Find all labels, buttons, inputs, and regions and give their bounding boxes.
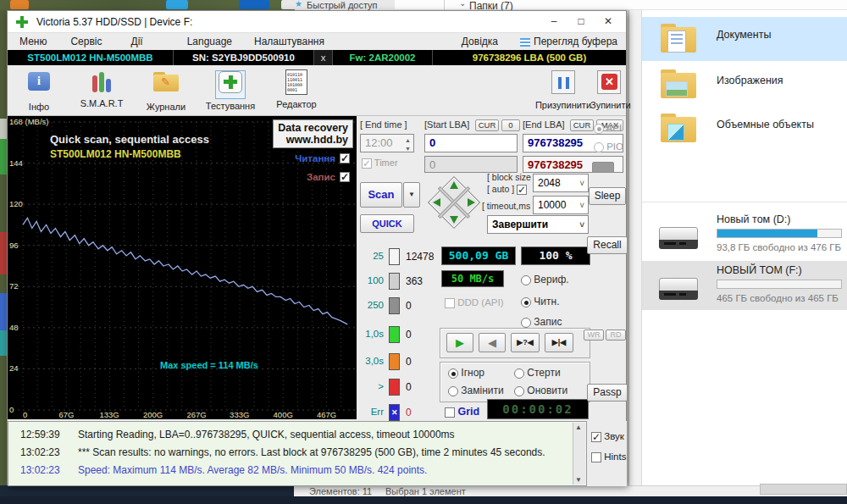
drive-item-f[interactable]: НОВЫЙ ТОМ (F:) 465 ГБ свободно из 465 ГБ — [642, 261, 847, 310]
radio-icon[interactable] — [448, 386, 458, 396]
hints-checkbox-box[interactable] — [591, 452, 601, 462]
radio-icon[interactable] — [521, 318, 531, 328]
telegram-icon[interactable] — [166, 0, 188, 9]
radio-icon[interactable] — [521, 275, 531, 285]
sound-checkbox[interactable]: Звук — [591, 431, 624, 442]
block-size-select[interactable]: 2048 — [533, 174, 589, 192]
ddd-checkbox[interactable]: DDD (API) — [445, 297, 504, 308]
info-button[interactable]: i Інфо — [9, 69, 69, 114]
auto-checkbox[interactable] — [517, 185, 527, 195]
minimize-button[interactable]: – — [541, 11, 567, 32]
start-lba-zero-button[interactable]: 0 — [501, 119, 520, 131]
color-swatch — [389, 353, 400, 370]
mode-read-radio[interactable]: Читн. — [521, 296, 560, 307]
timer-checkbox[interactable]: Timer — [362, 158, 398, 169]
timeout-select[interactable]: 10000 — [533, 196, 589, 214]
test-button[interactable]: Тестування — [201, 69, 260, 114]
rd-button[interactable]: RD — [606, 330, 626, 341]
action-ignore-radio[interactable]: Ігнор — [448, 367, 484, 379]
quick-button[interactable]: QUICK — [360, 214, 414, 233]
scan-dropdown-button[interactable]: ▼ — [403, 182, 420, 208]
write-checkbox[interactable] — [340, 172, 350, 182]
svg-text:120: 120 — [9, 199, 23, 208]
start-test-button[interactable]: ▶ — [446, 333, 473, 352]
start-lba-input[interactable]: 0 — [424, 134, 518, 152]
arrow-left-icon[interactable] — [433, 198, 440, 207]
smart-button[interactable]: S.M.A.R.T — [72, 69, 131, 114]
serial-close-button[interactable]: x — [314, 50, 333, 65]
scan-button[interactable]: Scan — [360, 182, 402, 208]
chevron-down-icon[interactable]: ⌄ — [459, 0, 466, 8]
end-lba-cur-button[interactable]: CUR — [570, 119, 594, 131]
timer-checkbox-box[interactable] — [362, 158, 372, 169]
action-erase-radio[interactable]: Стерти — [514, 367, 561, 379]
radio-icon[interactable] — [594, 124, 604, 134]
arrow-down-icon[interactable] — [450, 216, 458, 224]
explorer-scrollbar[interactable] — [628, 10, 642, 485]
quick-access-item[interactable]: ★ Быстрый доступ — [295, 0, 395, 10]
k1-icon[interactable] — [239, 0, 269, 9]
radio-icon[interactable] — [514, 368, 524, 379]
menu-item-actions[interactable]: Дії — [126, 34, 148, 49]
start-lba-cur-button[interactable]: CUR — [475, 119, 499, 131]
graph-title: Quick scan, sequential access — [50, 133, 209, 146]
menu-item-help[interactable]: Довідка — [457, 34, 503, 49]
folder-item-3d-objects[interactable]: Объемные объекты — [642, 107, 847, 151]
journals-button[interactable]: ✎ Журнали — [136, 69, 196, 114]
timer-from-input[interactable]: 0 — [424, 156, 518, 173]
svg-text:267G: 267G — [186, 410, 206, 419]
seek-test-button[interactable]: ▶?◀ — [511, 333, 540, 352]
radio-icon[interactable] — [448, 368, 458, 379]
wr-button[interactable]: WR — [584, 330, 604, 341]
pio-radio[interactable]: PIO — [594, 141, 623, 152]
drive-item-d[interactable]: Новый том (D:) 93,8 ГБ свободно из 476 Г… — [642, 210, 847, 259]
action-refresh-radio[interactable]: Оновити — [514, 385, 567, 396]
scroll-down-icon[interactable]: ▼ — [575, 476, 582, 484]
menu-item-settings[interactable]: Налаштування — [249, 34, 329, 49]
radio-icon[interactable] — [521, 297, 531, 307]
scroll-up-icon[interactable]: ▲ — [575, 424, 582, 431]
mode-verify-radio[interactable]: Вериф. — [521, 274, 569, 285]
speed-graph: 168 (MB/s)144120967248240067G133G200G267… — [8, 116, 357, 419]
radio-icon[interactable] — [514, 386, 524, 396]
menu-item-buffer-view[interactable]: Перегляд буфера — [515, 34, 623, 49]
hints-checkbox[interactable]: Hints — [591, 451, 626, 462]
head-position-control[interactable] — [426, 174, 482, 230]
maximize-button[interactable]: □ — [568, 11, 594, 32]
graph-subtitle: ST500LM012 HN-M500MBB — [50, 148, 181, 160]
mode-write-radio[interactable]: Запис — [521, 316, 562, 328]
menu-item-menu[interactable]: Меню — [14, 34, 52, 49]
folder-item-pictures[interactable]: Изображения — [642, 63, 847, 107]
end-time-spinner[interactable]: 12:00 ▲ ▼ — [360, 134, 414, 152]
stop-icon: ✕ — [597, 70, 621, 94]
sound-checkbox-box[interactable] — [591, 432, 601, 442]
close-button[interactable]: ✕ — [595, 11, 621, 32]
to-end-button[interactable]: ▶|◀ — [545, 333, 573, 352]
api-radio[interactable]: API — [594, 123, 622, 134]
folder-item-documents[interactable]: Документы — [642, 17, 847, 61]
arrow-right-icon[interactable] — [468, 198, 475, 207]
menu-item-service[interactable]: Сервіс — [65, 34, 107, 49]
after-scan-action-select[interactable]: Завершити — [487, 215, 589, 234]
stop-button[interactable]: ✕ Зупинити — [590, 69, 628, 114]
grid-checkbox[interactable]: Grid — [445, 406, 479, 418]
read-checkbox[interactable] — [340, 153, 350, 163]
ddd-checkbox-box[interactable] — [445, 298, 455, 308]
sleep-button[interactable]: Sleep — [589, 187, 626, 205]
action-remap-radio[interactable]: Замінити — [448, 385, 504, 396]
grid-checkbox-box[interactable] — [445, 407, 455, 418]
radio-icon[interactable] — [594, 142, 604, 152]
recall-button[interactable]: Recall — [587, 236, 628, 254]
spinner-down-icon[interactable]: ▼ — [405, 142, 411, 156]
title-bar[interactable]: Victoria 5.37 HDD/SSD | Device F: – □ ✕ — [8, 11, 626, 33]
editor-button[interactable]: 010110 110011 101000 0001 Редактор — [267, 69, 326, 114]
app-icon-orange[interactable] — [10, 0, 29, 9]
log-scrollbar[interactable]: ▲ ▼ — [573, 423, 585, 485]
menu-item-language[interactable]: Language — [182, 34, 237, 49]
led-button[interactable] — [592, 162, 614, 173]
back-button[interactable]: ◀ — [479, 333, 506, 352]
scrollbar-corner[interactable] — [760, 484, 847, 495]
passport-button[interactable]: Passp — [587, 384, 628, 402]
arrow-up-icon[interactable] — [450, 181, 458, 189]
pause-button[interactable]: Призупинити — [531, 69, 595, 114]
